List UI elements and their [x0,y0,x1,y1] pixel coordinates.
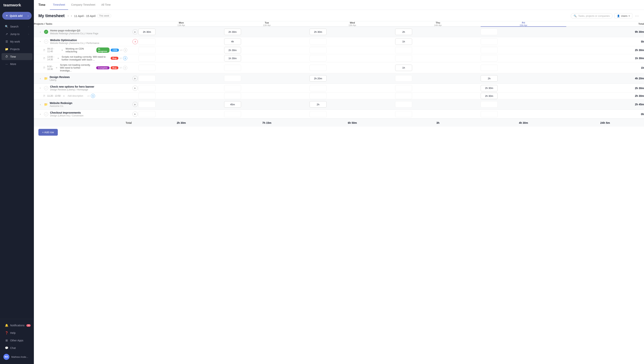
time-input[interactable] [310,111,326,117]
sidebar-item-jump-to[interactable]: ↗ Jump to › [2,31,32,38]
time-input[interactable] [481,47,498,53]
time-input[interactable]: 2h 30m [224,47,241,53]
time-input[interactable] [310,47,326,53]
pause-timer-button[interactable]: ⏸ [132,39,138,44]
time-input[interactable] [310,93,326,99]
time-input[interactable]: 2h [395,29,412,35]
sidebar-item-projects[interactable]: 📁 Projects [2,46,32,53]
time-input[interactable]: 2h 30m [481,85,498,91]
time-input[interactable] [138,65,156,71]
expand-button[interactable]: › [38,31,42,33]
time-input[interactable] [481,111,498,117]
time-input[interactable] [395,75,412,82]
sidebar-item-help[interactable]: ❓ Help [2,329,32,336]
tag-icon[interactable]: 🏷 [120,57,122,60]
time-input[interactable] [481,55,498,61]
sidebar-item-my-work[interactable]: ☰ My work [2,38,32,45]
time-input[interactable] [224,111,241,117]
search-box[interactable]: 🔍 Tasks, projects or companies [571,13,612,19]
billable-icon[interactable]: $ [91,94,95,98]
expand-button[interactable]: › [38,113,42,115]
time-input[interactable] [224,75,241,82]
add-description-link[interactable]: Add description [68,95,83,97]
sidebar-item-time[interactable]: ⏱ Time [2,53,32,60]
time-input[interactable] [395,85,412,91]
time-input[interactable]: 2h 30m [138,29,156,35]
time-input[interactable]: 2h 30m [481,93,498,99]
time-input[interactable] [481,29,498,35]
time-input[interactable] [138,101,156,108]
time-input[interactable] [224,65,241,71]
tab-timesheet[interactable]: Timesheet [50,0,68,10]
time-input[interactable] [138,39,156,45]
quick-add-button[interactable]: ＋ Quick add › [2,12,32,20]
time-input[interactable]: 2h [310,101,326,108]
this-week-badge[interactable]: This week [97,14,111,18]
time-input[interactable]: 2h [481,75,498,82]
time-input[interactable]: 1h [395,65,412,71]
tag-icon[interactable]: 🏷 [120,66,122,69]
user-avatar-row[interactable]: MA Mathew Ande... [0,352,34,362]
tab-company-timesheet[interactable]: Company Timesheet [68,0,98,10]
play-timer-button[interactable]: ▶ [132,76,138,81]
billable-icon[interactable]: $ [124,48,127,52]
time-input[interactable]: 2h 20m [310,75,326,82]
time-input[interactable] [310,55,326,61]
time-input[interactable]: 1h 30m [224,55,241,61]
time-input[interactable]: 45m [224,101,241,108]
time-input[interactable] [138,85,156,91]
expand-button[interactable]: › [38,77,42,80]
time-cell-tue: 2h 30m [224,27,310,37]
more-options-button[interactable]: ⋯ [634,13,640,19]
tag-icon[interactable]: 🏷 [87,95,90,97]
sidebar-item-other-apps[interactable]: ⊞ Other Apps [2,337,32,344]
play-timer-button[interactable]: ▶ [132,86,138,91]
time-input[interactable] [310,85,326,91]
tag-bug[interactable]: Bug [111,57,118,60]
time-input[interactable] [138,55,156,61]
time-input[interactable]: 4h [224,39,241,45]
time-input[interactable] [310,39,326,45]
time-input[interactable]: 2h 30m [310,29,326,35]
time-input[interactable] [395,93,412,99]
tag-bug[interactable]: Bug [111,66,118,69]
time-input[interactable]: 2h 30m [224,29,241,35]
sidebar-item-notifications[interactable]: 🔔 Notifications 28 [2,322,32,329]
billable-icon[interactable]: $ [123,56,127,60]
sidebar-item-search[interactable]: 🔍 Search › [2,23,32,30]
time-input[interactable] [395,111,412,117]
billable-icon[interactable]: $ [123,66,127,70]
sidebar-item-chat[interactable]: 💬 Chat [2,344,32,351]
add-row-button[interactable]: + Add row [38,129,58,136]
next-week-button[interactable]: › [70,13,73,18]
time-input[interactable] [138,111,156,117]
time-input[interactable] [224,93,241,99]
users-dropdown[interactable]: 👤 Users ▾ [614,13,632,19]
time-input[interactable] [481,65,498,71]
tag-complete[interactable]: Complete [96,66,109,69]
time-input[interactable]: 1h [395,39,412,45]
tab-all-time[interactable]: All Time [98,0,114,10]
expand-button[interactable]: › [39,40,42,44]
time-input[interactable] [138,93,156,99]
time-input[interactable] [224,85,241,91]
play-timer-button[interactable]: ▶ [132,112,138,117]
sidebar-item-more[interactable]: ··· More [2,61,32,67]
task-status-icon: ✓ [44,112,48,116]
expand-button[interactable]: › [39,86,42,90]
time-input[interactable] [395,101,412,108]
time-input[interactable] [481,101,498,108]
time-input[interactable] [138,75,156,82]
prev-week-button[interactable]: ‹ [67,13,69,18]
time-input[interactable] [481,39,498,45]
play-timer-button[interactable]: ▶ [132,29,138,35]
time-input[interactable] [138,47,156,53]
time-input[interactable] [310,65,326,71]
tag-in-progress[interactable]: In progress [96,48,110,53]
tag-cdn[interactable]: CDN [111,49,119,52]
play-timer-button[interactable]: ▶ [132,102,138,107]
tag-icon[interactable]: 🏷 [120,49,122,52]
time-input[interactable] [395,55,412,61]
expand-button[interactable]: › [38,103,42,106]
time-input[interactable] [395,47,412,53]
